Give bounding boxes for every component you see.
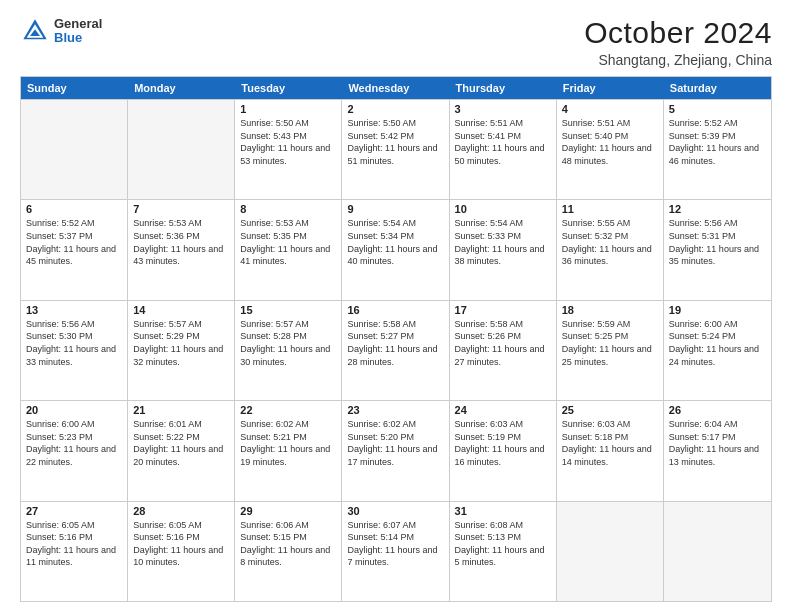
day-number: 31 — [455, 505, 551, 517]
calendar-cell: 17Sunrise: 5:58 AM Sunset: 5:26 PM Dayli… — [450, 301, 557, 400]
sun-info: Sunrise: 5:52 AM Sunset: 5:37 PM Dayligh… — [26, 217, 122, 267]
month-title: October 2024 — [584, 16, 772, 50]
sun-info: Sunrise: 6:00 AM Sunset: 5:24 PM Dayligh… — [669, 318, 766, 368]
calendar-row: 1Sunrise: 5:50 AM Sunset: 5:43 PM Daylig… — [21, 99, 771, 199]
day-number: 11 — [562, 203, 658, 215]
sun-info: Sunrise: 6:02 AM Sunset: 5:20 PM Dayligh… — [347, 418, 443, 468]
logo: General Blue — [20, 16, 102, 46]
calendar-cell: 23Sunrise: 6:02 AM Sunset: 5:20 PM Dayli… — [342, 401, 449, 500]
weekday-header: Monday — [128, 77, 235, 99]
calendar-cell: 3Sunrise: 5:51 AM Sunset: 5:41 PM Daylig… — [450, 100, 557, 199]
day-number: 14 — [133, 304, 229, 316]
sun-info: Sunrise: 5:53 AM Sunset: 5:36 PM Dayligh… — [133, 217, 229, 267]
calendar-cell — [664, 502, 771, 601]
sun-info: Sunrise: 6:08 AM Sunset: 5:13 PM Dayligh… — [455, 519, 551, 569]
day-number: 28 — [133, 505, 229, 517]
calendar-cell: 8Sunrise: 5:53 AM Sunset: 5:35 PM Daylig… — [235, 200, 342, 299]
calendar-cell — [557, 502, 664, 601]
sun-info: Sunrise: 5:55 AM Sunset: 5:32 PM Dayligh… — [562, 217, 658, 267]
calendar-cell: 22Sunrise: 6:02 AM Sunset: 5:21 PM Dayli… — [235, 401, 342, 500]
weekday-header: Saturday — [664, 77, 771, 99]
calendar-row: 6Sunrise: 5:52 AM Sunset: 5:37 PM Daylig… — [21, 199, 771, 299]
calendar-header: SundayMondayTuesdayWednesdayThursdayFrid… — [21, 77, 771, 99]
sun-info: Sunrise: 6:04 AM Sunset: 5:17 PM Dayligh… — [669, 418, 766, 468]
day-number: 7 — [133, 203, 229, 215]
day-number: 26 — [669, 404, 766, 416]
weekday-header: Friday — [557, 77, 664, 99]
day-number: 6 — [26, 203, 122, 215]
sun-info: Sunrise: 5:56 AM Sunset: 5:31 PM Dayligh… — [669, 217, 766, 267]
day-number: 27 — [26, 505, 122, 517]
calendar-cell: 16Sunrise: 5:58 AM Sunset: 5:27 PM Dayli… — [342, 301, 449, 400]
calendar-cell: 10Sunrise: 5:54 AM Sunset: 5:33 PM Dayli… — [450, 200, 557, 299]
page: General Blue October 2024 Shangtang, Zhe… — [0, 0, 792, 612]
sun-info: Sunrise: 5:56 AM Sunset: 5:30 PM Dayligh… — [26, 318, 122, 368]
calendar-cell — [128, 100, 235, 199]
sun-info: Sunrise: 5:58 AM Sunset: 5:27 PM Dayligh… — [347, 318, 443, 368]
day-number: 16 — [347, 304, 443, 316]
sun-info: Sunrise: 6:05 AM Sunset: 5:16 PM Dayligh… — [133, 519, 229, 569]
calendar-cell: 15Sunrise: 5:57 AM Sunset: 5:28 PM Dayli… — [235, 301, 342, 400]
calendar-cell: 5Sunrise: 5:52 AM Sunset: 5:39 PM Daylig… — [664, 100, 771, 199]
day-number: 8 — [240, 203, 336, 215]
calendar-cell: 30Sunrise: 6:07 AM Sunset: 5:14 PM Dayli… — [342, 502, 449, 601]
day-number: 25 — [562, 404, 658, 416]
weekday-header: Thursday — [450, 77, 557, 99]
calendar-cell: 14Sunrise: 5:57 AM Sunset: 5:29 PM Dayli… — [128, 301, 235, 400]
day-number: 12 — [669, 203, 766, 215]
sun-info: Sunrise: 6:05 AM Sunset: 5:16 PM Dayligh… — [26, 519, 122, 569]
calendar-cell: 28Sunrise: 6:05 AM Sunset: 5:16 PM Dayli… — [128, 502, 235, 601]
calendar-cell: 9Sunrise: 5:54 AM Sunset: 5:34 PM Daylig… — [342, 200, 449, 299]
day-number: 20 — [26, 404, 122, 416]
day-number: 17 — [455, 304, 551, 316]
logo-icon — [20, 16, 50, 46]
calendar-cell: 25Sunrise: 6:03 AM Sunset: 5:18 PM Dayli… — [557, 401, 664, 500]
calendar-row: 20Sunrise: 6:00 AM Sunset: 5:23 PM Dayli… — [21, 400, 771, 500]
calendar-body: 1Sunrise: 5:50 AM Sunset: 5:43 PM Daylig… — [21, 99, 771, 601]
calendar-cell: 26Sunrise: 6:04 AM Sunset: 5:17 PM Dayli… — [664, 401, 771, 500]
weekday-header: Sunday — [21, 77, 128, 99]
day-number: 22 — [240, 404, 336, 416]
logo-blue: Blue — [54, 31, 102, 45]
calendar-cell: 27Sunrise: 6:05 AM Sunset: 5:16 PM Dayli… — [21, 502, 128, 601]
calendar-cell: 2Sunrise: 5:50 AM Sunset: 5:42 PM Daylig… — [342, 100, 449, 199]
sun-info: Sunrise: 6:07 AM Sunset: 5:14 PM Dayligh… — [347, 519, 443, 569]
calendar-cell: 24Sunrise: 6:03 AM Sunset: 5:19 PM Dayli… — [450, 401, 557, 500]
header: General Blue October 2024 Shangtang, Zhe… — [20, 16, 772, 68]
calendar-cell: 18Sunrise: 5:59 AM Sunset: 5:25 PM Dayli… — [557, 301, 664, 400]
sun-info: Sunrise: 5:54 AM Sunset: 5:33 PM Dayligh… — [455, 217, 551, 267]
sun-info: Sunrise: 5:54 AM Sunset: 5:34 PM Dayligh… — [347, 217, 443, 267]
calendar-cell: 11Sunrise: 5:55 AM Sunset: 5:32 PM Dayli… — [557, 200, 664, 299]
logo-text: General Blue — [54, 17, 102, 46]
sun-info: Sunrise: 5:53 AM Sunset: 5:35 PM Dayligh… — [240, 217, 336, 267]
day-number: 2 — [347, 103, 443, 115]
logo-general: General — [54, 17, 102, 31]
sun-info: Sunrise: 5:51 AM Sunset: 5:40 PM Dayligh… — [562, 117, 658, 167]
sun-info: Sunrise: 5:57 AM Sunset: 5:29 PM Dayligh… — [133, 318, 229, 368]
weekday-header: Wednesday — [342, 77, 449, 99]
sun-info: Sunrise: 6:01 AM Sunset: 5:22 PM Dayligh… — [133, 418, 229, 468]
day-number: 10 — [455, 203, 551, 215]
calendar-row: 13Sunrise: 5:56 AM Sunset: 5:30 PM Dayli… — [21, 300, 771, 400]
sun-info: Sunrise: 5:52 AM Sunset: 5:39 PM Dayligh… — [669, 117, 766, 167]
sun-info: Sunrise: 6:02 AM Sunset: 5:21 PM Dayligh… — [240, 418, 336, 468]
day-number: 1 — [240, 103, 336, 115]
day-number: 30 — [347, 505, 443, 517]
day-number: 4 — [562, 103, 658, 115]
calendar-cell: 6Sunrise: 5:52 AM Sunset: 5:37 PM Daylig… — [21, 200, 128, 299]
sun-info: Sunrise: 5:57 AM Sunset: 5:28 PM Dayligh… — [240, 318, 336, 368]
day-number: 15 — [240, 304, 336, 316]
day-number: 21 — [133, 404, 229, 416]
calendar-cell: 4Sunrise: 5:51 AM Sunset: 5:40 PM Daylig… — [557, 100, 664, 199]
day-number: 5 — [669, 103, 766, 115]
calendar-cell: 13Sunrise: 5:56 AM Sunset: 5:30 PM Dayli… — [21, 301, 128, 400]
calendar-cell: 20Sunrise: 6:00 AM Sunset: 5:23 PM Dayli… — [21, 401, 128, 500]
sun-info: Sunrise: 6:00 AM Sunset: 5:23 PM Dayligh… — [26, 418, 122, 468]
sun-info: Sunrise: 5:50 AM Sunset: 5:43 PM Dayligh… — [240, 117, 336, 167]
location: Shangtang, Zhejiang, China — [584, 52, 772, 68]
sun-info: Sunrise: 5:59 AM Sunset: 5:25 PM Dayligh… — [562, 318, 658, 368]
calendar-cell — [21, 100, 128, 199]
calendar-cell: 19Sunrise: 6:00 AM Sunset: 5:24 PM Dayli… — [664, 301, 771, 400]
day-number: 29 — [240, 505, 336, 517]
sun-info: Sunrise: 6:03 AM Sunset: 5:18 PM Dayligh… — [562, 418, 658, 468]
